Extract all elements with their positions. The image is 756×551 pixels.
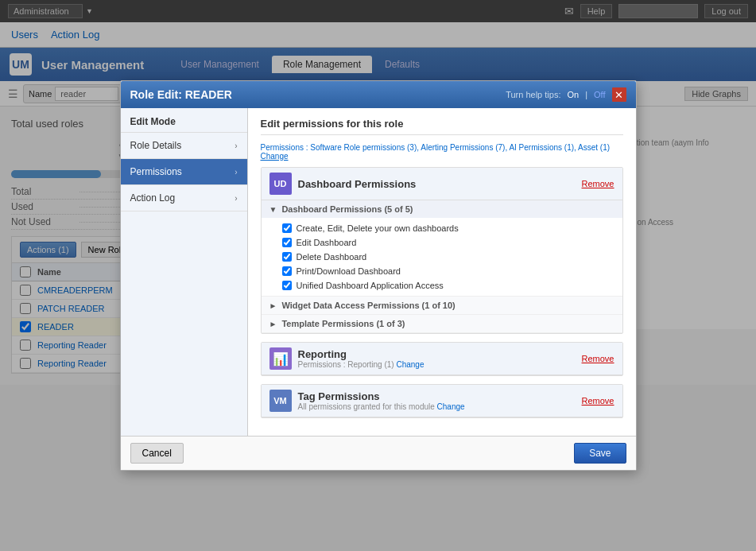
modal-main: Edit permissions for this role Permissio… xyxy=(248,108,636,436)
perm-label-5: Unified Dashboard Application Access xyxy=(297,281,444,290)
dashboard-group-icon: UD xyxy=(269,173,292,195)
modal-body: Edit Mode Role Details › Permissions › A… xyxy=(121,108,636,436)
chevron-right-icon: › xyxy=(235,142,237,150)
perm-item-3: Delete Dashboard xyxy=(282,250,614,264)
perm-subgroup-widget-label: Widget Data Access Permissions (1 of 10) xyxy=(281,301,455,310)
tag-group-icon: VM xyxy=(269,390,292,412)
reporting-subtext: Permissions : Reporting (1) Change xyxy=(298,360,582,369)
perm-item-5: Unified Dashboard Application Access xyxy=(282,278,614,293)
modal-title: Role Edit: READER xyxy=(130,88,232,101)
perm-subgroup-template-label: Template Permissions (1 of 3) xyxy=(281,319,405,328)
perm-subgroup-template-header[interactable]: ► Template Permissions (1 of 3) xyxy=(262,315,622,332)
perm-checkbox-3[interactable] xyxy=(282,252,292,262)
sidebar-item-permissions-label: Permissions xyxy=(130,166,182,177)
permission-group-reporting: 📊 Reporting Permissions : Reporting (1) … xyxy=(261,342,623,376)
sidebar-item-role-details-label: Role Details xyxy=(130,140,182,151)
permission-group-dashboard: UD Dashboard Permissions Remove ▼ Dashbo… xyxy=(261,167,623,334)
modal-overlay: Role Edit: READER Turn help tips: On | O… xyxy=(0,0,756,551)
chevron-down-icon: ▼ xyxy=(269,205,277,214)
perm-label-1: Create, Edit, Delete your own dashboards xyxy=(297,223,459,233)
chevron-right-icon-template: ► xyxy=(269,320,277,328)
reporting-change-link[interactable]: Change xyxy=(396,360,424,369)
sidebar-item-action-log[interactable]: Action Log › xyxy=(121,185,247,211)
dashboard-remove-link[interactable]: Remove xyxy=(582,179,614,188)
save-button[interactable]: Save xyxy=(574,443,626,464)
tag-remove-link[interactable]: Remove xyxy=(582,396,614,405)
perm-label-3: Delete Dashboard xyxy=(297,252,367,262)
perm-subgroup-template: ► Template Permissions (1 of 3) xyxy=(262,315,622,333)
modal-footer: Cancel Save xyxy=(121,436,636,470)
help-tips-label: Turn help tips: xyxy=(506,90,560,99)
perm-item-1: Create, Edit, Delete your own dashboards xyxy=(282,221,614,235)
perm-subgroup-dashboard-label: Dashboard Permissions (5 of 5) xyxy=(281,204,413,214)
perm-checkbox-5[interactable] xyxy=(282,281,292,290)
reporting-group-title: Reporting xyxy=(298,348,582,360)
sidebar-item-action-log-label: Action Log xyxy=(130,192,176,204)
tag-group-title: Tag Permissions xyxy=(298,390,582,402)
sidebar-item-permissions[interactable]: Permissions › xyxy=(121,159,247,185)
permission-group-dashboard-header: UD Dashboard Permissions Remove xyxy=(262,168,622,200)
help-off-toggle[interactable]: Off xyxy=(594,90,605,99)
modal-close-button[interactable]: ✕ xyxy=(612,87,626,102)
help-separator: | xyxy=(585,90,587,99)
permission-group-tag-header: VM Tag Permissions All permissions grant… xyxy=(262,385,622,417)
chevron-right-icon-3: › xyxy=(235,194,237,203)
perm-subgroup-widget: ► Widget Data Access Permissions (1 of 1… xyxy=(262,297,622,315)
perm-item-4: Print/Download Dashboard xyxy=(282,264,614,278)
reporting-remove-link[interactable]: Remove xyxy=(582,354,614,363)
perm-checkbox-4[interactable] xyxy=(282,266,292,276)
breadcrumb: Permissions : Software Role permissions … xyxy=(261,143,623,161)
perm-label-4: Print/Download Dashboard xyxy=(297,266,401,276)
perm-checkbox-1[interactable] xyxy=(282,223,292,233)
dashboard-group-title: Dashboard Permissions xyxy=(298,178,582,190)
reporting-group-icon: 📊 xyxy=(269,347,292,370)
help-on-toggle[interactable]: On xyxy=(567,90,579,99)
reporting-group-info: Reporting Permissions : Reporting (1) Ch… xyxy=(298,348,582,369)
modal-sidebar: Edit Mode Role Details › Permissions › A… xyxy=(121,108,248,436)
tag-change-link[interactable]: Change xyxy=(437,402,465,411)
chevron-right-icon-widget: ► xyxy=(269,301,277,310)
perm-subgroup-widget-header[interactable]: ► Widget Data Access Permissions (1 of 1… xyxy=(262,297,622,314)
modal-header-right: Turn help tips: On | Off ✕ xyxy=(506,87,626,102)
perm-checkbox-2[interactable] xyxy=(282,238,292,247)
modal-header: Role Edit: READER Turn help tips: On | O… xyxy=(121,81,636,108)
perm-items-dashboard: Create, Edit, Delete your own dashboards… xyxy=(262,218,622,296)
modal-section-title: Edit permissions for this role xyxy=(261,118,623,135)
cancel-button[interactable]: Cancel xyxy=(130,443,184,464)
tag-subtext: All permissions granted for this module … xyxy=(298,402,582,411)
role-edit-modal: Role Edit: READER Turn help tips: On | O… xyxy=(120,80,637,471)
permission-group-tag: VM Tag Permissions All permissions grant… xyxy=(261,384,623,418)
perm-subgroup-dashboard-header[interactable]: ▼ Dashboard Permissions (5 of 5) xyxy=(262,200,622,218)
perm-label-2: Edit Dashboard xyxy=(297,238,357,247)
breadcrumb-change-link[interactable]: Change xyxy=(261,152,289,161)
permission-group-reporting-header: 📊 Reporting Permissions : Reporting (1) … xyxy=(262,343,622,375)
sidebar-item-role-details[interactable]: Role Details › xyxy=(121,133,247,159)
breadcrumb-text: Permissions : Software Role permissions … xyxy=(261,143,611,152)
perm-subgroup-dashboard: ▼ Dashboard Permissions (5 of 5) Create,… xyxy=(262,200,622,297)
chevron-right-icon-2: › xyxy=(235,168,237,177)
tag-group-info: Tag Permissions All permissions granted … xyxy=(298,390,582,411)
perm-item-2: Edit Dashboard xyxy=(282,235,614,250)
sidebar-title: Edit Mode xyxy=(121,108,247,133)
